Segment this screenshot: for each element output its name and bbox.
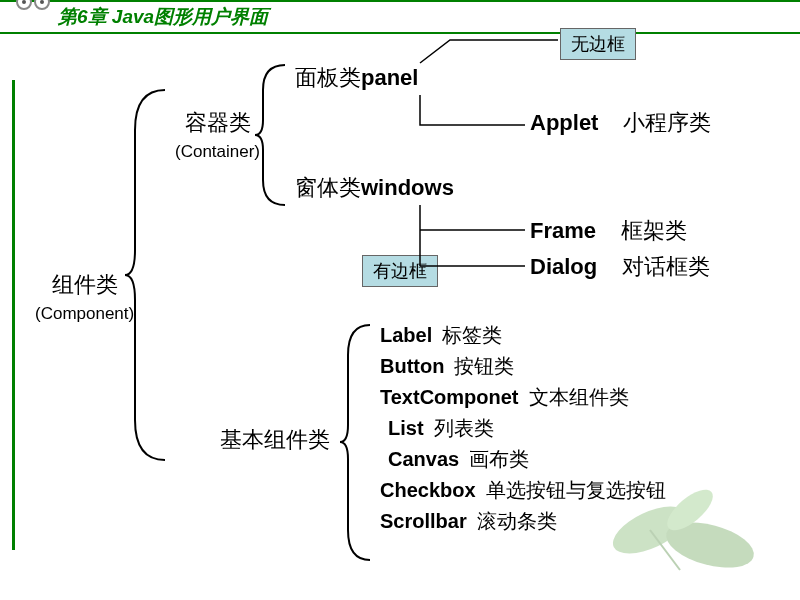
dialog-cn: 对话框类 [622,254,710,279]
leaf-list: List列表类 [380,413,666,444]
applet-cn: 小程序类 [623,110,711,135]
brace-basic [340,325,380,560]
frame-cn: 框架类 [621,218,687,243]
leaf-dialog: Dialog 对话框类 [530,252,710,282]
leaf-frame: Frame 框架类 [530,216,687,246]
node-basic-components: 基本组件类 [220,425,330,455]
decor-leaves-icon [590,470,770,580]
leaf-button: Button按钮类 [380,351,666,382]
leaf-applet: Applet 小程序类 [530,108,711,138]
frame-en: Frame [530,218,596,243]
dialog-en: Dialog [530,254,597,279]
applet-en: Applet [530,110,598,135]
leaf-label: Label标签类 [380,320,666,351]
leaf-textcomponent: TextComponet文本组件类 [380,382,666,413]
